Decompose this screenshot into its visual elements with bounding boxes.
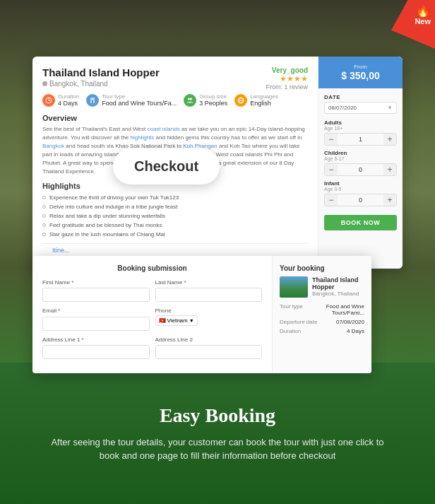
address-row: Address Line 1 * Address Line 2: [42, 336, 262, 360]
address2-group: Address Line 2: [155, 336, 263, 360]
children-count: 0: [338, 166, 383, 173]
last-name-input[interactable]: [155, 288, 263, 302]
tour-type-label: Tour type: [102, 93, 177, 100]
highlight-text: Experience the thrill of driving your ow…: [49, 194, 179, 201]
list-item: Star gaze in the lush mountains of Chian…: [42, 230, 308, 239]
review-count: From: 1 review: [266, 83, 308, 90]
highlights-list: Experience the thrill of driving your ow…: [42, 193, 308, 239]
infant-row: Infant Age 0-5 − 0 +: [324, 180, 397, 206]
checkout-overlay: Checkout: [113, 148, 220, 184]
globe-icon: [234, 94, 247, 107]
meta-duration: Duration 4 Days: [42, 93, 79, 107]
price-amount: $ 350,00: [324, 70, 397, 81]
location-dot-icon: [42, 81, 47, 86]
languages-label: Languages: [250, 93, 278, 100]
booking-summary-panel: Your booking Thailand Island Hopper Bang…: [273, 256, 371, 374]
book-now-button[interactable]: BOOK NOW: [324, 215, 397, 230]
first-name-input[interactable]: [42, 288, 150, 302]
adults-age: Age 18+: [324, 126, 397, 131]
rating-row: Very_good ★★★★ From: 1 review: [266, 66, 308, 90]
phone-field: 🇻🇳 Vietnam ▼: [155, 315, 263, 326]
tour-type-summary-label: Tour type: [280, 303, 303, 316]
list-item: Feel gratitude and be blessed by Thai mo…: [42, 221, 308, 230]
languages-value: English: [250, 100, 278, 107]
infant-decrement-button[interactable]: −: [325, 194, 338, 206]
adults-increment-button[interactable]: +: [383, 134, 396, 145]
hotel-image: [280, 276, 308, 298]
location-text: Bangkok, Thailand: [49, 80, 108, 88]
list-item: Relax and take a dip under stunning wate…: [42, 211, 308, 221]
checkout-label: Checkout: [134, 158, 198, 174]
name-row: First Name * Last Name *: [42, 279, 262, 303]
adults-counter: − 1 +: [324, 133, 397, 146]
highlight-text: Delve into culture and indulge in a trib…: [49, 204, 177, 210]
children-counter: − 0 +: [324, 163, 397, 176]
email-phone-row: Email * Phone 🇻🇳 Vietnam ▼: [42, 307, 262, 331]
list-item: Experience the thrill of driving your ow…: [42, 193, 308, 202]
children-increment-button[interactable]: +: [383, 164, 396, 175]
duration-summary-label: Duration: [280, 328, 301, 334]
rating-label: Very_good: [266, 66, 308, 74]
adults-count: 1: [338, 136, 383, 143]
booking-sidebar: From $ 350,00 DATE 08/07/2020 ▼ Adults A…: [318, 57, 403, 269]
last-name-group: Last Name *: [155, 279, 263, 303]
date-input[interactable]: 08/07/2020 ▼: [324, 102, 397, 114]
date-value: 08/07/2020: [328, 105, 357, 111]
duration-label: Duration: [58, 93, 79, 100]
meta-tour-type: Tour type Food and Wine Tours/Fa...: [86, 93, 177, 107]
new-badge-label: New: [415, 17, 431, 25]
stars: ★★★★: [266, 74, 308, 83]
children-row: Children Age 6-17 − 0 +: [324, 150, 397, 176]
svg-point-7: [190, 98, 192, 100]
group-size-value: 3 Peoples: [199, 100, 227, 107]
departure-value: 07/08/2020: [336, 319, 364, 325]
address1-group: Address Line 1 *: [42, 336, 150, 360]
duration-summary-row: Duration 4 Days: [280, 328, 364, 334]
infant-increment-button[interactable]: +: [383, 194, 396, 206]
tour-type-summary-value: Food and Wine Tours/Fami...: [308, 303, 364, 316]
overview-title: Overview: [42, 114, 308, 122]
fork-icon: [86, 94, 99, 107]
flag-icon: 🇻🇳: [159, 317, 166, 324]
date-label: DATE: [324, 94, 397, 100]
meta-group-size: Group size 3 Peoples: [184, 93, 227, 107]
address1-input[interactable]: [42, 345, 150, 359]
booking-form-title: Booking submission: [42, 264, 262, 272]
address2-label: Address Line 2: [155, 336, 263, 343]
flame-icon: 🔥: [416, 6, 430, 17]
bottom-section: Easy Booking After seeing the tour detai…: [0, 363, 435, 504]
departure-summary-row: Departure date 07/08/2020: [280, 319, 364, 325]
last-name-label: Last Name *: [155, 279, 263, 286]
phone-group: Phone 🇻🇳 Vietnam ▼: [155, 307, 263, 331]
infant-age: Age 0-5: [324, 187, 397, 192]
clock-icon: [42, 94, 55, 107]
price-header: From $ 350,00: [318, 57, 403, 88]
hotel-location: Bangkok, Thailand: [312, 291, 364, 297]
adults-row: Adults Age 18+ − 1 +: [324, 119, 397, 146]
price-from-label: From: [324, 64, 397, 70]
svg-point-6: [188, 98, 190, 100]
adults-decrement-button[interactable]: −: [325, 134, 338, 145]
email-label: Email *: [42, 307, 150, 314]
itinerary-tab[interactable]: Itine...: [52, 245, 70, 257]
tour-meta: Duration 4 Days Tour type Food and Wine …: [42, 93, 308, 107]
email-input[interactable]: [42, 317, 150, 331]
children-age: Age 6-17: [324, 156, 397, 161]
booking-form-left: Booking submission First Name * Last Nam…: [32, 256, 273, 374]
easy-booking-description: After seeing the tour details, your cust…: [41, 435, 394, 463]
infant-label: Infant: [324, 180, 397, 187]
country-name: Vietnam: [167, 317, 188, 324]
infant-counter: − 0 +: [324, 194, 397, 206]
group-size-label: Group size: [199, 93, 227, 100]
highlight-text: Feel gratitude and be blessed by Thai mo…: [49, 222, 162, 228]
address1-label: Address Line 1 *: [42, 336, 150, 343]
infant-count: 0: [338, 197, 383, 204]
children-decrement-button[interactable]: −: [325, 164, 338, 175]
adults-label: Adults: [324, 119, 397, 126]
booking-hotel: Thailand Island Hopper Bangkok, Thailand: [280, 276, 364, 298]
phone-flag-selector[interactable]: 🇻🇳 Vietnam ▼: [155, 315, 198, 326]
address2-input[interactable]: [155, 345, 263, 359]
people-icon: [184, 94, 196, 107]
tour-type-value: Food and Wine Tours/Fa...: [102, 100, 177, 107]
tour-type-summary-row: Tour type Food and Wine Tours/Fami...: [280, 303, 364, 316]
